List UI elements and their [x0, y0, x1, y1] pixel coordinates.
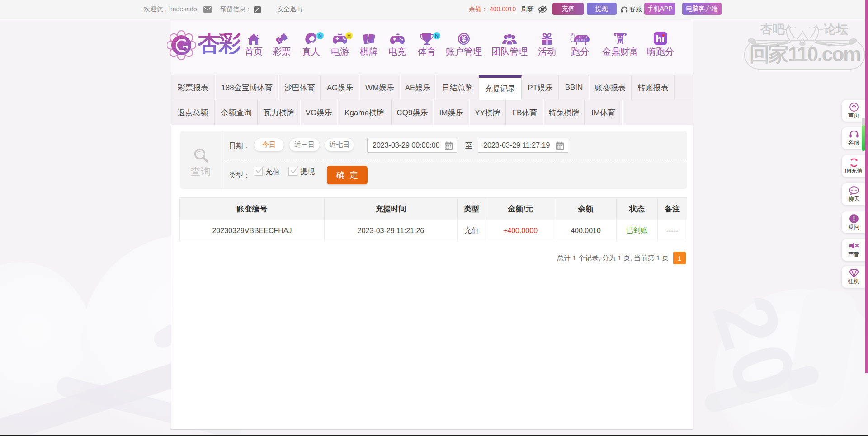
svg-text:跑分平台: 跑分平台 [576, 39, 586, 42]
